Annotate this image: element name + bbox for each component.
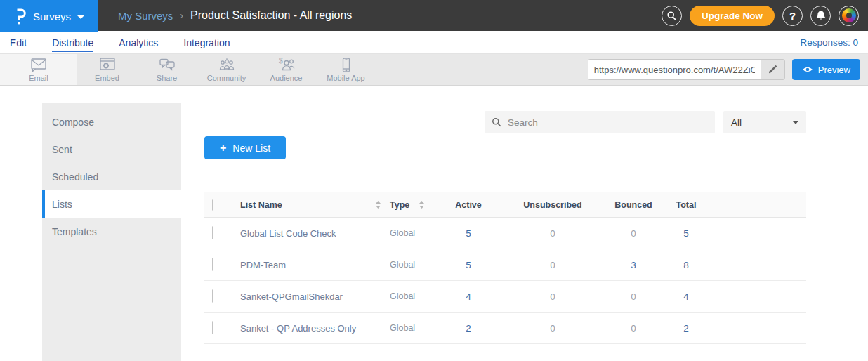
toolbar-item-share[interactable]: Share — [137, 54, 197, 85]
list-name-link[interactable]: Sanket-QPGmailShekdar — [240, 291, 390, 302]
column-header-unsubscribed: Unsubscribed — [504, 200, 602, 210]
community-icon — [218, 57, 236, 73]
select-all-checkbox[interactable] — [212, 199, 213, 211]
email-lists-table: List Name Type Active Unsubscribed Bounc… — [204, 192, 806, 344]
column-header-type: Type — [390, 200, 409, 210]
toolbar-item-label: Audience — [270, 74, 303, 82]
sidebar-item-compose[interactable]: Compose — [42, 108, 181, 136]
row-checkbox[interactable] — [212, 289, 213, 303]
questionpro-logo-icon — [14, 8, 27, 25]
list-name-link[interactable]: Global List Code Check — [240, 228, 390, 239]
breadcrumb-separator: › — [180, 10, 183, 21]
toolbar-item-mobile-app[interactable]: Mobile App — [316, 54, 376, 85]
column-header-active: Active — [433, 200, 504, 210]
sort-icon[interactable] — [419, 200, 425, 209]
row-checkbox[interactable] — [212, 321, 213, 334]
table-row: Sanket - QP Addresses Only Global 2 0 0 … — [204, 313, 806, 344]
list-name-link[interactable]: PDM-Team — [240, 260, 390, 270]
preview-button[interactable]: Preview — [792, 59, 860, 80]
list-total[interactable]: 5 — [665, 228, 707, 239]
lists-content: All + New List List Name — [181, 86, 868, 361]
edit-url-button[interactable] — [761, 60, 784, 79]
bell-icon — [815, 10, 827, 21]
list-total[interactable]: 2 — [665, 323, 707, 334]
toolbar-item-community[interactable]: Community — [197, 54, 256, 85]
tab-edit[interactable]: Edit — [10, 33, 27, 52]
search-input[interactable] — [508, 117, 708, 128]
list-active[interactable]: 5 — [433, 228, 504, 239]
search-button[interactable] — [662, 6, 682, 26]
plus-icon: + — [220, 143, 226, 154]
toolbar-item-label: Community — [207, 74, 246, 82]
upgrade-now-button[interactable]: Upgrade Now — [690, 6, 775, 26]
list-total[interactable]: 4 — [665, 291, 707, 302]
share-icon — [158, 57, 176, 73]
list-bounced: 0 — [602, 228, 665, 239]
toolbar-item-label: Mobile App — [327, 74, 364, 82]
breadcrumb-my-surveys-link[interactable]: My Surveys — [118, 10, 173, 22]
list-bounced: 0 — [602, 291, 665, 302]
sidebar-item-scheduled[interactable]: Scheduled — [42, 163, 181, 190]
toolbar-item-label: Email — [29, 74, 48, 82]
email-sidebar: Compose Sent Scheduled Lists Templates — [42, 103, 181, 361]
list-bounced[interactable]: 3 — [602, 260, 665, 270]
toolbar-item-audience[interactable]: $ Audience — [256, 54, 316, 85]
search-box — [485, 111, 715, 133]
search-icon — [492, 117, 501, 127]
table-row: Global List Code Check Global 5 0 0 5 — [204, 218, 806, 249]
survey-url-input[interactable] — [588, 60, 761, 79]
search-icon — [666, 11, 677, 21]
table-row: Sanket-QPGmailShekdar Global 4 0 0 4 — [204, 281, 806, 313]
tab-distribute[interactable]: Distribute — [52, 33, 93, 52]
sidebar-item-templates[interactable]: Templates — [42, 218, 181, 245]
avatar — [842, 8, 856, 22]
search-filter-row: All — [485, 111, 806, 133]
survey-nav-tabs: Edit Distribute Analytics Integration Re… — [0, 31, 868, 54]
surveys-product-menu[interactable]: Surveys — [0, 0, 98, 32]
list-type: Global — [390, 228, 433, 238]
page-title: Product Satisfaction - All regions — [190, 9, 352, 22]
chevron-down-icon — [77, 15, 84, 19]
new-list-button[interactable]: + New List — [204, 136, 286, 159]
list-active[interactable]: 5 — [433, 260, 504, 270]
survey-url-field — [588, 59, 785, 80]
sort-icon[interactable] — [375, 200, 381, 209]
list-total[interactable]: 8 — [665, 260, 707, 270]
list-unsubscribed: 0 — [504, 291, 602, 302]
list-name-link[interactable]: Sanket - QP Addresses Only — [240, 323, 390, 334]
tab-integration[interactable]: Integration — [183, 33, 230, 52]
breadcrumb: My Surveys › Product Satisfaction - All … — [118, 0, 352, 31]
toolbar-spacer — [376, 54, 588, 85]
svg-text:$: $ — [279, 57, 283, 65]
row-checkbox[interactable] — [212, 258, 213, 271]
surveys-menu-label: Surveys — [33, 11, 71, 22]
sidebar-item-lists[interactable]: Lists — [42, 190, 181, 218]
toolbar-item-label: Embed — [95, 74, 119, 82]
list-filter-dropdown[interactable]: All — [723, 111, 806, 133]
help-button[interactable]: ? — [782, 6, 803, 26]
mobile-app-icon — [337, 57, 355, 73]
chevron-down-icon — [793, 121, 798, 124]
responses-count-link[interactable]: Responses: 0 — [800, 37, 868, 48]
notifications-button[interactable] — [810, 6, 831, 26]
topbar-actions: Upgrade Now ? — [662, 0, 868, 31]
row-checkbox[interactable] — [212, 226, 213, 239]
account-menu-button[interactable] — [839, 6, 859, 26]
list-type: Global — [390, 291, 433, 301]
tab-analytics[interactable]: Analytics — [119, 33, 158, 52]
list-bounced: 0 — [602, 323, 665, 334]
column-header-bounced: Bounced — [602, 200, 665, 210]
sidebar-item-sent[interactable]: Sent — [42, 136, 181, 163]
toolbar-item-embed[interactable]: Embed — [77, 54, 137, 85]
list-active[interactable]: 4 — [433, 291, 504, 302]
list-type: Global — [390, 260, 433, 270]
toolbar-item-email[interactable]: Email — [0, 54, 77, 85]
embed-icon — [98, 57, 117, 73]
list-type: Global — [390, 323, 433, 333]
preview-button-label: Preview — [818, 65, 850, 75]
list-active[interactable]: 2 — [433, 323, 504, 334]
left-gutter — [0, 86, 42, 361]
audience-icon: $ — [277, 57, 296, 73]
body-area: Compose Sent Scheduled Lists Templates A… — [0, 86, 868, 361]
column-header-list-name: List Name — [240, 200, 282, 210]
